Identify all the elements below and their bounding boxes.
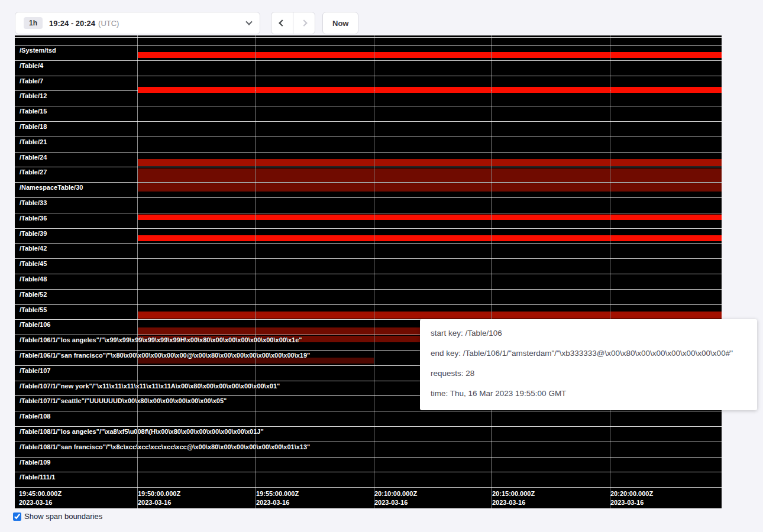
show-span-boundaries-label: Show span boundaries <box>24 512 102 521</box>
heat-cell[interactable] <box>256 159 374 166</box>
span-row[interactable]: /Table/48 <box>15 274 722 289</box>
time-range-select[interactable]: 1h 19:24 - 20:24 (UTC) <box>15 12 260 34</box>
span-label: /Table/33 <box>20 199 47 206</box>
heat-cell[interactable] <box>256 52 374 58</box>
span-row[interactable]: /Table/24 <box>15 152 722 167</box>
span-label: /Table/52 <box>20 291 47 298</box>
heat-cell[interactable] <box>374 168 492 182</box>
heat-cell[interactable] <box>374 312 492 319</box>
span-row[interactable]: /Table/4 <box>15 60 722 76</box>
heat-cell[interactable] <box>374 52 492 58</box>
heat-cell[interactable] <box>492 215 610 220</box>
x-axis-tick: 20:10:00.000Z2023-03-16 <box>374 489 417 507</box>
span-label: /Table/12 <box>20 92 47 99</box>
span-row[interactable]: /Table/109 <box>15 457 722 472</box>
span-label: /Table/109 <box>20 459 50 466</box>
heat-cell[interactable] <box>138 215 256 220</box>
span-row[interactable]: /Table/18 <box>15 121 722 137</box>
heat-cell[interactable] <box>256 87 374 93</box>
span-row[interactable]: /NamespaceTable/30 <box>15 182 722 197</box>
span-row[interactable]: /Table/7 <box>15 76 722 91</box>
now-button[interactable]: Now <box>322 12 358 34</box>
x-axis-tick: 20:15:00.000Z2023-03-16 <box>492 489 535 507</box>
footer: Show span boundaries <box>13 512 102 521</box>
heat-cell[interactable] <box>138 87 256 93</box>
span-row[interactable] <box>15 37 722 45</box>
heat-cell[interactable] <box>610 183 722 192</box>
span-row[interactable]: /Table/12 <box>15 90 722 106</box>
heat-cell[interactable] <box>138 235 256 241</box>
heat-cell[interactable] <box>610 52 722 58</box>
span-label: /Table/106 <box>20 321 50 328</box>
heat-cell[interactable] <box>256 235 374 241</box>
heat-cell[interactable] <box>256 183 374 192</box>
heat-cell[interactable] <box>610 312 722 319</box>
heat-cell[interactable] <box>492 52 610 58</box>
heat-cell[interactable] <box>138 52 256 58</box>
key-visualizer-canvas[interactable]: /System/tsd/Table/4/Table/7/Table/12/Tab… <box>15 35 722 508</box>
span-row[interactable]: /Table/111/1 <box>15 472 722 487</box>
tooltip-end-key: end key: /Table/106/1/"amsterdam"/"\xb33… <box>431 348 746 359</box>
span-label: /Table/4 <box>20 62 43 69</box>
heat-cell[interactable] <box>138 327 256 335</box>
span-label: /Table/42 <box>20 245 47 252</box>
heat-cell[interactable] <box>138 183 256 192</box>
tooltip-requests: requests: 28 <box>431 368 746 379</box>
span-row[interactable]: /Table/108 <box>15 411 722 426</box>
span-row[interactable]: /Table/15 <box>15 106 722 121</box>
heat-cell[interactable] <box>374 215 492 220</box>
span-label: /Table/55 <box>20 306 47 313</box>
heat-cell[interactable] <box>138 168 256 182</box>
span-row[interactable]: /Table/45 <box>15 258 722 274</box>
span-row[interactable]: /Table/27 <box>15 167 722 182</box>
span-label: /Table/27 <box>20 168 47 176</box>
span-row[interactable]: /Table/36 <box>15 213 722 228</box>
show-span-boundaries-checkbox[interactable] <box>13 512 21 521</box>
heat-cell[interactable] <box>256 168 374 182</box>
heat-cell[interactable] <box>492 183 610 192</box>
span-label: /Table/36 <box>20 215 47 222</box>
heat-cell[interactable] <box>138 312 256 319</box>
span-label: /Table/18 <box>20 123 47 130</box>
x-axis-tick: 19:55:00.000Z2023-03-16 <box>256 489 299 507</box>
heat-cell[interactable] <box>492 168 610 182</box>
span-row[interactable]: /Table/108/1/"los angeles"/"\xa8\xf5\u00… <box>15 426 722 442</box>
span-row[interactable]: /Table/39 <box>15 228 722 244</box>
heat-cell[interactable] <box>374 183 492 192</box>
span-row[interactable]: /Table/33 <box>15 197 722 213</box>
heat-cell[interactable] <box>492 159 610 166</box>
span-tooltip: start key: /Table/106 end key: /Table/10… <box>420 319 757 410</box>
span-row[interactable]: /System/tsd <box>15 45 722 60</box>
heat-cell[interactable] <box>610 159 722 166</box>
heat-cell[interactable] <box>492 312 610 319</box>
heat-cell[interactable] <box>256 327 374 335</box>
x-axis-tick: 19:45:00.000Z2023-03-16 <box>19 489 62 507</box>
span-label: /Table/107/1/"seattle"/"UUUUUUD\x00\x80\… <box>20 397 227 404</box>
heat-cell[interactable] <box>256 312 374 319</box>
heat-cell[interactable] <box>492 87 610 93</box>
heat-cell[interactable] <box>374 159 492 166</box>
next-time-button[interactable] <box>293 12 315 34</box>
span-label: /Table/15 <box>20 108 47 115</box>
heat-cell[interactable] <box>610 235 722 241</box>
heat-cell[interactable] <box>374 235 492 241</box>
span-row[interactable]: /Table/21 <box>15 137 722 152</box>
heat-cell[interactable] <box>374 87 492 93</box>
heat-cell[interactable] <box>610 87 722 93</box>
heat-cell[interactable] <box>610 168 722 182</box>
span-label: /Table/7 <box>20 77 43 85</box>
span-boundary-line <box>15 487 722 488</box>
span-row[interactable]: /Table/108/1/"san francisco"/"\x8c\xcc\x… <box>15 442 722 457</box>
key-visualizer-page: 1h 19:24 - 20:24 (UTC) Now /System/tsd/T… <box>0 0 763 532</box>
heat-cell[interactable] <box>492 235 610 241</box>
heat-cell[interactable] <box>256 215 374 220</box>
span-row[interactable]: /Table/55 <box>15 304 722 320</box>
chevron-down-icon <box>245 18 252 25</box>
span-row[interactable]: /Table/52 <box>15 289 722 304</box>
prev-time-button[interactable] <box>271 12 293 34</box>
gridline <box>256 35 256 508</box>
span-row[interactable]: /Table/42 <box>15 243 722 258</box>
heat-cell[interactable] <box>610 215 722 220</box>
span-label: /Table/111/1 <box>20 473 55 481</box>
heat-cell[interactable] <box>138 159 256 166</box>
